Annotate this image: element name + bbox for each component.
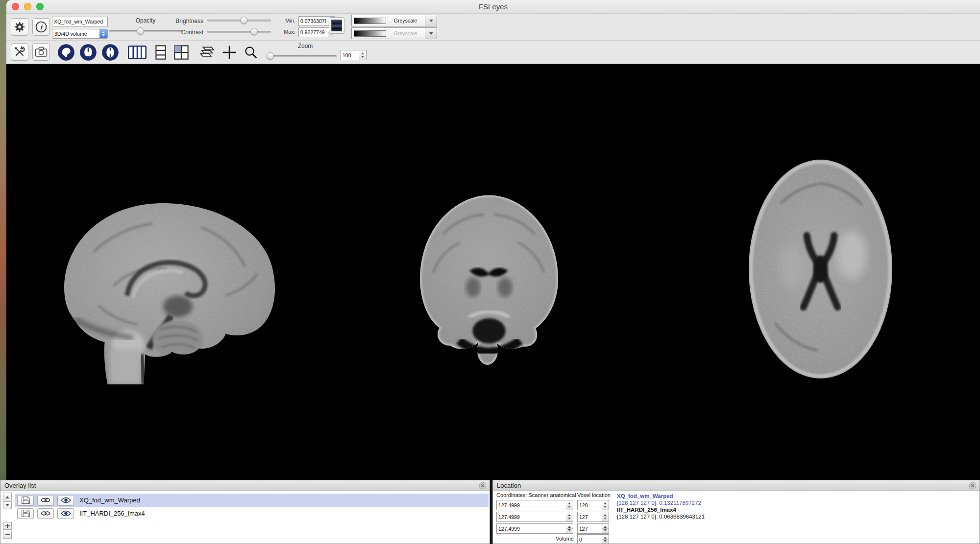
zoom-label: Zoom — [271, 43, 340, 49]
opacity-slider-thumb[interactable] — [137, 27, 144, 35]
zoom-stepper[interactable] — [359, 50, 367, 60]
zoom-slider[interactable] — [267, 52, 337, 60]
location-title: Location — [497, 482, 521, 489]
colormap-primary-value: Greyscale — [386, 18, 425, 24]
layout-grid-icon — [174, 45, 189, 60]
toggle-coronal-button[interactable] — [79, 44, 97, 61]
movie-mode-button[interactable] — [127, 45, 147, 60]
location-panel: Location Coordinates: Scanner anatomical… — [492, 480, 980, 544]
world-y-stepper[interactable] — [566, 512, 573, 522]
view-settings-button[interactable] — [11, 43, 28, 61]
overlay-list-titlebar: Overlay list — [0, 480, 490, 491]
brightness-slider-track[interactable] — [207, 20, 271, 22]
zoom-slider-thumb[interactable] — [267, 52, 274, 60]
colormap-dropdown-primary[interactable]: Greyscale — [351, 15, 437, 26]
greyscale-gradient-icon — [354, 18, 386, 24]
eye-icon — [61, 497, 71, 503]
overlay-type-dropdown[interactable]: 3D/4D volume — [52, 29, 108, 39]
volume-input[interactable] — [577, 534, 602, 544]
zoom-to-fit-button[interactable] — [242, 44, 260, 61]
voxel-y-field — [577, 512, 609, 522]
ortho-canvas — [6, 64, 980, 480]
dropdown-stepper-icon — [99, 29, 107, 38]
layout-rows-button[interactable] — [154, 44, 167, 61]
up-arrow-icon — [5, 494, 9, 498]
toggle-visibility-button[interactable] — [57, 508, 74, 519]
colormap-preview-icon — [331, 20, 342, 31]
ortho-toolbar: Zoom — [6, 41, 980, 64]
overlay-info-button[interactable]: i — [32, 18, 50, 36]
voxel-z-stepper[interactable] — [602, 523, 609, 534]
window-titlebar[interactable]: FSLeyes — [6, 0, 980, 14]
voxel-y-input[interactable] — [577, 512, 602, 522]
link-overlay-button[interactable] — [37, 495, 54, 506]
remove-overlay-button[interactable] — [3, 531, 12, 539]
world-x-input[interactable] — [496, 500, 566, 510]
toggle-visibility-button[interactable] — [57, 495, 74, 506]
voxel-x-stepper[interactable] — [602, 500, 609, 510]
overlay-row-label[interactable]: XQ_fod_wm_Warped — [79, 497, 140, 504]
close-icon — [969, 482, 977, 490]
link-overlay-button[interactable] — [37, 508, 54, 519]
overlay-list-close-button[interactable] — [479, 482, 487, 490]
volume-label: Volume — [496, 536, 574, 542]
zoom-input[interactable] — [341, 50, 359, 60]
reset-crosshair-button[interactable] — [220, 44, 238, 61]
contrast-slider-thumb[interactable] — [250, 28, 258, 35]
overlay-row-1[interactable]: XQ_fod_wm_Warped — [15, 494, 489, 507]
voxel-x-input[interactable] — [577, 500, 602, 510]
voxel-z-input[interactable] — [577, 523, 602, 534]
window-title: FSLeyes — [6, 2, 980, 11]
brightness-slider-thumb[interactable] — [240, 17, 247, 24]
layout-grid-button[interactable] — [173, 45, 189, 60]
contrast-slider[interactable] — [207, 28, 271, 36]
save-overlay-button[interactable] — [17, 508, 34, 519]
overlay-row-label[interactable]: IIT_HARDI_256_lmax4 — [79, 510, 145, 517]
world-z-input[interactable] — [496, 523, 566, 534]
volume-field — [577, 534, 609, 544]
minus-icon — [5, 534, 10, 535]
move-overlay-down-button[interactable] — [3, 501, 12, 509]
coronal-canvas[interactable] — [397, 181, 581, 367]
save-overlay-button[interactable] — [17, 495, 34, 506]
layout-rows-icon — [155, 45, 166, 60]
world-y-input[interactable] — [496, 512, 566, 522]
toggle-axial-button[interactable] — [101, 44, 119, 61]
move-overlay-up-button[interactable] — [3, 493, 12, 500]
overlay-name-input[interactable] — [52, 17, 108, 26]
colormap-primary-arrow-button[interactable] — [425, 15, 437, 26]
wrench-icon — [14, 46, 25, 58]
lightbox-view-button[interactable] — [198, 45, 216, 60]
overlay-list-title: Overlay list — [4, 482, 36, 489]
voxel-z-field — [577, 523, 609, 534]
screenshot-button[interactable] — [32, 43, 50, 61]
brightness-slider[interactable] — [207, 17, 271, 24]
info-overlay-name: XQ_fod_wm_Warped — [617, 493, 705, 499]
down-arrow-icon — [5, 504, 9, 508]
location-titlebar: Location — [493, 480, 980, 491]
info-overlay-value: [128 127 127 0]: 0.0636839643121 — [617, 513, 705, 520]
overlay-settings-button[interactable] — [11, 18, 28, 36]
world-x-stepper[interactable] — [566, 500, 573, 510]
voxel-x-field — [577, 500, 609, 510]
overlay-rows: XQ_fod_wm_Warped — [15, 494, 489, 520]
max-input[interactable] — [298, 27, 328, 37]
sagittal-canvas[interactable] — [55, 193, 284, 387]
min-input[interactable] — [298, 16, 328, 26]
min-label: Min. — [277, 18, 295, 24]
overlay-row-2[interactable]: IIT_HARDI_256_lmax4 — [15, 507, 489, 520]
zoom-slider-track[interactable] — [267, 55, 337, 57]
contrast-slider-track[interactable] — [207, 31, 271, 33]
add-overlay-button[interactable] — [3, 522, 12, 530]
location-close-button[interactable] — [969, 482, 977, 490]
world-z-stepper[interactable] — [566, 523, 573, 534]
link-icon — [41, 510, 50, 517]
greyscale-gradient-icon — [354, 30, 386, 37]
voxel-y-stepper[interactable] — [602, 512, 609, 522]
axial-canvas[interactable] — [735, 152, 906, 388]
colormap-preview-button[interactable] — [329, 17, 344, 34]
axial-view-icon — [101, 44, 119, 61]
toggle-sagittal-button[interactable] — [57, 44, 75, 61]
save-icon — [21, 509, 30, 518]
volume-stepper[interactable] — [602, 534, 609, 544]
